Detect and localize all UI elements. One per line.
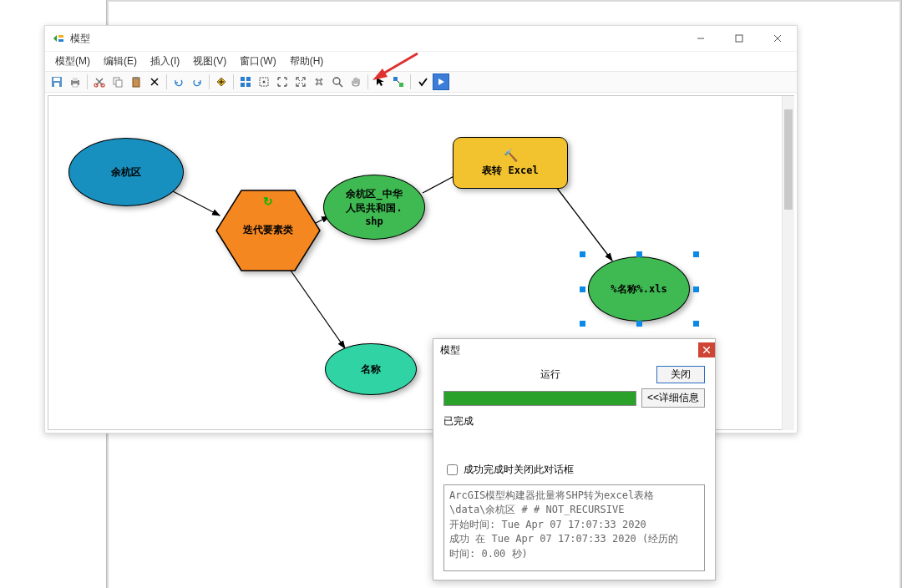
svg-point-29 — [333, 78, 340, 84]
toolbar-separator — [209, 74, 210, 89]
toolbar-separator — [166, 74, 167, 89]
progress-bar — [443, 391, 636, 406]
selection-handle[interactable] — [580, 321, 585, 327]
cut-icon[interactable] — [91, 74, 108, 90]
fixed-zoom-in-icon[interactable] — [292, 74, 309, 90]
menu-insert[interactable]: 插入(I) — [144, 53, 186, 70]
loop-icon: ↻ — [263, 195, 273, 208]
close-on-complete-checkbox-input[interactable] — [447, 464, 458, 475]
menu-edit[interactable]: 编辑(E) — [97, 53, 144, 70]
selection-handle[interactable] — [636, 251, 642, 257]
selection-handle[interactable] — [693, 251, 699, 257]
scrollbar-thumb[interactable] — [784, 109, 793, 210]
svg-rect-5 — [53, 78, 60, 81]
window-title: 模型 — [70, 32, 90, 46]
maximize-button[interactable] — [720, 26, 758, 51]
menubar: 模型(M) 编辑(E) 插入(I) 视图(V) 窗口(W) 帮助(H) — [45, 51, 797, 71]
svg-rect-25 — [246, 83, 251, 87]
svg-rect-24 — [241, 83, 245, 87]
selection-handle[interactable] — [636, 321, 642, 327]
minimize-button[interactable] — [682, 26, 720, 51]
titlebar: 模型 — [45, 26, 797, 51]
undo-icon[interactable] — [170, 74, 187, 90]
svg-rect-22 — [241, 77, 245, 81]
svg-line-38 — [289, 268, 345, 348]
selection-handle[interactable] — [693, 286, 699, 292]
selection-handle[interactable] — [580, 251, 585, 257]
toolbar-separator — [233, 74, 234, 89]
auto-layout-icon[interactable] — [237, 74, 254, 90]
vertical-scrollbar[interactable] — [782, 96, 794, 430]
node-input-label: 余杭区 — [111, 165, 141, 180]
paste-icon[interactable] — [128, 74, 144, 90]
details-toggle-button[interactable]: <<详细信息 — [641, 388, 705, 408]
toolbar-separator — [367, 74, 368, 89]
node-iterator-label: 迭代要素类 — [215, 223, 322, 237]
svg-line-30 — [339, 84, 342, 87]
svg-rect-28 — [317, 80, 321, 84]
connect-icon[interactable] — [390, 74, 407, 90]
svg-point-27 — [263, 81, 266, 84]
log-output[interactable]: ArcGIS模型构建器批量将SHP转为excel表格 \data\余杭区 # #… — [443, 484, 705, 571]
node-name-ellipse[interactable]: 名称 — [325, 343, 417, 395]
svg-rect-9 — [73, 84, 78, 87]
svg-line-34 — [171, 190, 220, 215]
add-data-icon[interactable] — [213, 74, 230, 90]
dialog-close-action-button[interactable]: 关闭 — [656, 366, 705, 383]
select-icon[interactable] — [372, 74, 388, 90]
validate-icon[interactable] — [414, 74, 431, 90]
toolbar — [45, 71, 797, 93]
status-text: 已完成 — [443, 414, 705, 428]
redo-icon[interactable] — [189, 74, 205, 90]
run-label: 运行 — [443, 368, 656, 382]
window-controls — [682, 26, 797, 51]
svg-rect-1 — [736, 35, 742, 42]
close-on-complete-checkbox[interactable]: 成功完成时关闭此对话框 — [443, 462, 705, 478]
node-tool-rect[interactable]: 🔨 表转 Excel — [453, 137, 568, 189]
app-icon — [52, 32, 65, 45]
full-extent-icon[interactable] — [256, 74, 272, 90]
zoom-in-icon[interactable] — [274, 74, 291, 90]
fixed-zoom-out-icon[interactable] — [311, 74, 327, 90]
svg-rect-31 — [393, 77, 398, 81]
close-on-complete-label: 成功完成时关闭此对话框 — [464, 463, 574, 477]
svg-rect-8 — [73, 78, 78, 81]
svg-line-33 — [398, 81, 399, 83]
svg-line-37 — [556, 187, 612, 261]
dialog-title: 模型 — [440, 343, 460, 357]
menu-view[interactable]: 视图(V) — [186, 53, 233, 70]
node-feature-label: 余杭区_中华 人民共和国. shp — [346, 187, 402, 227]
dialog-titlebar[interactable]: 模型 — [433, 339, 715, 361]
node-iterator-hexagon[interactable]: ↻ 迭代要素类 — [215, 186, 322, 278]
pan-icon[interactable] — [347, 74, 364, 90]
copy-icon[interactable] — [109, 74, 126, 90]
dialog-close-button[interactable] — [698, 342, 715, 357]
node-output-ellipse[interactable]: %名称%.xls — [588, 256, 690, 322]
run-progress-dialog: 模型 运行 关闭 <<详细信息 已完成 成功完成时关闭此对话框 ArcGIS模型… — [433, 338, 716, 580]
toolbar-separator — [410, 74, 411, 89]
dialog-body: 运行 关闭 <<详细信息 已完成 成功完成时关闭此对话框 ArcGIS模型构建器… — [433, 361, 715, 580]
node-tool-label: 表转 Excel — [482, 164, 538, 178]
close-button[interactable] — [758, 26, 797, 51]
delete-icon[interactable] — [146, 74, 163, 90]
selection-handle[interactable] — [580, 286, 585, 292]
svg-rect-32 — [399, 83, 403, 87]
hammer-icon: 🔨 — [504, 149, 518, 162]
node-input-ellipse[interactable]: 余杭区 — [68, 138, 184, 206]
save-icon[interactable] — [48, 74, 65, 90]
node-name-label: 名称 — [361, 362, 381, 377]
svg-rect-6 — [54, 83, 59, 87]
menu-help[interactable]: 帮助(H) — [283, 53, 331, 70]
run-icon[interactable] — [433, 74, 449, 90]
svg-rect-23 — [246, 77, 251, 81]
zoom-icon[interactable] — [329, 74, 346, 90]
svg-rect-15 — [116, 80, 122, 87]
print-icon[interactable] — [67, 74, 84, 90]
node-feature-ellipse[interactable]: 余杭区_中华 人民共和国. shp — [323, 175, 425, 240]
svg-rect-17 — [134, 77, 138, 79]
toolbar-separator — [87, 74, 88, 89]
menu-model[interactable]: 模型(M) — [48, 53, 97, 70]
menu-window[interactable]: 窗口(W) — [233, 53, 282, 70]
node-output-label: %名称%.xls — [611, 282, 666, 297]
selection-handle[interactable] — [693, 321, 699, 327]
